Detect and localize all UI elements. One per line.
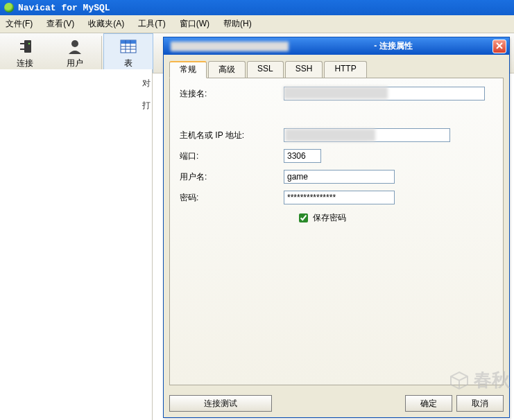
username-input[interactable]: [284, 170, 395, 184]
svg-point-3: [28, 42, 30, 44]
toolbar-connection-label: 连接: [17, 58, 33, 69]
side-label-a: 对: [142, 78, 151, 89]
dialog-footer: 连接测试 确定 取消: [169, 395, 504, 412]
side-label-b: 打: [142, 100, 151, 112]
username-label: 用户名:: [180, 171, 284, 183]
save-password-checkbox[interactable]: [299, 213, 308, 222]
host-label: 主机名或 IP 地址:: [180, 130, 284, 141]
connection-name-label: 连接名:: [180, 88, 284, 100]
connection-tree-pane: 对 打: [0, 69, 153, 420]
menu-fav[interactable]: 收藏夹(A): [85, 17, 127, 31]
menu-window[interactable]: 窗口(W): [177, 17, 212, 31]
close-icon: [495, 42, 504, 52]
toolbar-connection-button[interactable]: 连接: [0, 33, 50, 73]
tab-ssl[interactable]: SSL: [247, 61, 284, 78]
dialog-tabs: 常规 高级 SSL SSH HTTP: [169, 60, 504, 78]
menu-tools[interactable]: 工具(T): [135, 17, 168, 31]
menu-view[interactable]: 查看(V): [44, 17, 77, 31]
ok-button[interactable]: 确定: [405, 395, 452, 412]
cancel-button[interactable]: 取消: [456, 395, 504, 412]
port-input[interactable]: [284, 149, 321, 163]
plug-icon: [15, 37, 35, 55]
toolbar-table-button[interactable]: 表: [103, 33, 153, 73]
svg-rect-1: [20, 43, 24, 44]
dialog-body: 常规 高级 SSL SSH HTTP 连接名: 主机名或 IP 地址:: [164, 55, 509, 417]
app-title: Navicat for MySQL: [18, 3, 110, 13]
password-input[interactable]: [284, 191, 395, 204]
close-button[interactable]: [492, 40, 506, 53]
tab-ssh[interactable]: SSH: [285, 61, 323, 78]
table-icon: [118, 37, 139, 55]
password-label: 密码:: [180, 192, 284, 204]
tab-general[interactable]: 常规: [169, 61, 207, 78]
tab-panel-general: 连接名: 主机名或 IP 地址: 端口: 用户名:: [169, 78, 504, 385]
menu-file[interactable]: 文件(F): [3, 17, 35, 31]
user-icon: [65, 37, 85, 55]
test-connection-button[interactable]: 连接测试: [169, 395, 272, 412]
toolbar-separator: [101, 36, 102, 70]
redacted-region: [284, 87, 388, 99]
svg-rect-0: [24, 40, 31, 53]
dialog-title: - 连接属性: [374, 40, 412, 52]
menu-help[interactable]: 帮助(H): [221, 17, 255, 31]
dialog-titlebar[interactable]: - 连接属性: [164, 37, 509, 55]
redacted-region: [285, 129, 375, 141]
save-password-label: 保存密码: [313, 212, 346, 224]
tab-advanced[interactable]: 高级: [208, 61, 246, 78]
toolbar-user-button[interactable]: 用户: [50, 33, 100, 73]
toolbar-user-label: 用户: [67, 58, 83, 69]
menu-bar: 文件(F) 查看(V) 收藏夹(A) 工具(T) 窗口(W) 帮助(H): [0, 15, 514, 33]
connection-properties-dialog: - 连接属性 常规 高级 SSL SSH HTTP 连接名: 主机名或: [163, 37, 510, 418]
main-titlebar: Navicat for MySQL: [0, 0, 514, 15]
toolbar-table-label: 表: [124, 58, 132, 69]
redacted-region: [171, 42, 289, 51]
port-label: 端口:: [180, 150, 284, 162]
svg-rect-2: [20, 49, 24, 50]
tab-http[interactable]: HTTP: [324, 61, 366, 78]
svg-point-4: [71, 40, 78, 47]
svg-rect-6: [121, 40, 136, 44]
app-icon: [4, 3, 14, 12]
